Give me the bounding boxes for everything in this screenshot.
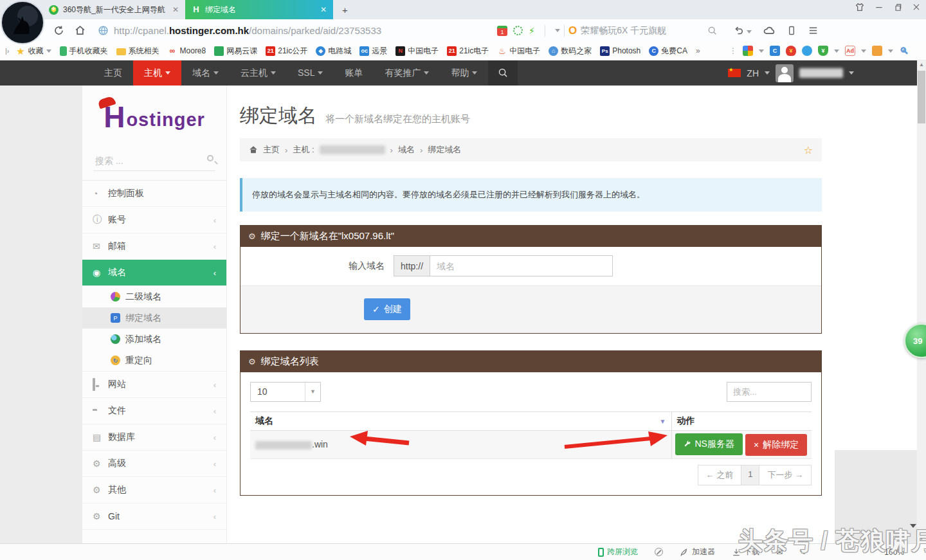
bookmark-item[interactable]: ⌂数码之家 [549, 46, 592, 57]
close-icon[interactable] [912, 3, 921, 12]
zoom-search-icon[interactable]: 🔍︎ [899, 46, 909, 56]
nav-search-button[interactable] [488, 60, 518, 86]
home-icon[interactable] [74, 24, 86, 37]
chevron-down-icon[interactable] [759, 50, 764, 53]
bookmark-item[interactable]: ◆电路城 [316, 46, 351, 57]
list-search-input[interactable] [727, 382, 812, 402]
ad-block-icon[interactable]: Ad [845, 46, 855, 56]
shopping-shield-icon[interactable]: ¥ [818, 46, 828, 56]
sidebar-item-add-domain[interactable]: 添加域名 [82, 329, 226, 350]
sidebar-item-domains[interactable]: ◉域名‹ [82, 260, 226, 286]
apps-grid-icon[interactable] [743, 46, 753, 56]
grid-tool-icon[interactable] [872, 46, 882, 56]
column-action[interactable]: 动作 [671, 411, 812, 430]
sort-desc-icon[interactable]: ▼ [660, 418, 666, 425]
sidebar-item-databases[interactable]: ▤数据库‹ [82, 424, 226, 451]
restore-icon[interactable] [893, 3, 902, 12]
nav-hosting[interactable]: 主机 [133, 60, 181, 86]
nav-referral[interactable]: 有奖推广 [374, 60, 440, 86]
bookmark-item[interactable]: 系统相关 [116, 46, 159, 57]
speed-bolt-icon[interactable]: ⚡ [529, 26, 535, 36]
breadcrumb-host[interactable]: 主机 : [293, 144, 314, 156]
tab-bind-domain[interactable]: H 绑定域名 ✕ [185, 0, 333, 19]
undo-icon[interactable] [733, 24, 752, 37]
sidebar-item-redirects[interactable]: ↻重定向 [82, 350, 226, 371]
user-avatar[interactable] [776, 64, 794, 82]
favorite-star-icon[interactable]: ☆ [804, 144, 813, 156]
tab-close-icon[interactable]: ✕ [320, 5, 327, 14]
dolphin-icon[interactable] [802, 46, 812, 56]
reader-badge-icon[interactable]: 1 [497, 26, 507, 36]
sidebar-item-website[interactable]: 网站‹ [82, 372, 226, 398]
column-domain[interactable]: 域名▼ [250, 411, 671, 430]
accelerator[interactable]: 加速器 [680, 546, 715, 557]
no-trace-toggle[interactable] [655, 548, 663, 556]
bookmark-item[interactable]: ∞Moore8 [168, 46, 206, 56]
scroll-up-icon[interactable]: ▲ [917, 60, 926, 69]
sidebar-item-parked-domains[interactable]: P绑定域名 [82, 307, 226, 329]
bookmarks-overflow[interactable]: » [696, 46, 700, 55]
refresh-icon[interactable] [53, 24, 65, 37]
chevron-down-icon[interactable] [834, 50, 839, 53]
breadcrumb-domains[interactable]: 域名 [398, 144, 415, 156]
cross-screen-browse[interactable]: 跨屏浏览 [598, 546, 638, 557]
sidebar-item-mail[interactable]: ✉邮箱‹ [82, 233, 226, 260]
bookmark-item[interactable]: 2121ic公开 [266, 46, 307, 57]
nav-vps[interactable]: 云主机 [230, 60, 287, 86]
address-bar[interactable]: http://cpanel.hostinger.com.hk/domains/p… [98, 25, 381, 36]
nav-ssl[interactable]: SSL [287, 60, 334, 86]
nav-domains[interactable]: 域名 [181, 60, 230, 86]
omnibox-search[interactable]: O 荣耀畅玩6X 千元旗舰 [568, 24, 718, 37]
chevron-down-icon[interactable] [849, 71, 854, 75]
hostinger-logo[interactable]: H ostinger [82, 86, 226, 142]
bookmarks-expand-icon[interactable]: |› [5, 47, 10, 55]
chevron-down-icon[interactable] [888, 50, 893, 53]
nav-billing[interactable]: 账单 [334, 60, 374, 86]
bookmark-item[interactable]: C免费CA [649, 46, 687, 57]
bookmark-item[interactable]: N中国电子 [395, 46, 439, 57]
unbind-button[interactable]: × 解除绑定 [745, 434, 807, 456]
bookmark-item[interactable]: PsPhotosh [600, 46, 640, 56]
sidebar-item-other[interactable]: ⚙其他‹ [82, 477, 226, 503]
sidebar-item-files[interactable]: 文件‹ [82, 398, 226, 424]
bookmark-item[interactable]: ♨中国电子 [497, 46, 540, 57]
skin-icon[interactable] [855, 2, 865, 12]
addr-dropdown-icon[interactable] [555, 29, 560, 32]
mobile-icon[interactable] [786, 25, 797, 36]
breadcrumb-home[interactable]: 主页 [263, 144, 280, 156]
bookmark-item[interactable]: 网易云课 [214, 46, 257, 57]
chevron-down-icon[interactable] [861, 50, 866, 53]
screenshot-icon[interactable] [513, 26, 523, 35]
clip-extension-icon[interactable]: C [770, 46, 780, 56]
bookmark-item[interactable]: oc远景 [359, 46, 387, 57]
sidebar-item-subdomains[interactable]: 二级域名 [82, 286, 226, 307]
pagination-page-1[interactable]: 1 [741, 465, 759, 485]
more-dots-icon[interactable]: ⋮ [729, 46, 737, 55]
new-tab-button[interactable]: + [342, 5, 348, 15]
sidebar-item-dashboard[interactable]: ◔控制面板 [82, 181, 226, 207]
bookmark-item[interactable]: 2121ic电子 [447, 46, 489, 57]
bookmark-item[interactable]: 手机收藏夹 [60, 46, 108, 57]
tab-360-nav[interactable]: 360导航_新一代安全上网导航 ✕ [42, 0, 185, 19]
nav-help[interactable]: 帮助 [440, 60, 488, 86]
pagination-prev[interactable]: ← 之前 [698, 465, 742, 485]
browser-scrollbar[interactable]: ▲ ▼ [917, 60, 926, 543]
search-icon[interactable] [707, 26, 718, 36]
nav-home[interactable]: 主页 [93, 60, 133, 86]
sidebar-item-git[interactable]: ⚙Git‹ [82, 503, 226, 530]
sidebar-item-advanced[interactable]: ⚙高级‹ [82, 451, 226, 477]
sidebar-item-account[interactable]: ⓘ账号‹ [82, 207, 226, 233]
chevron-down-icon[interactable] [765, 71, 770, 75]
bookmark-favorites[interactable]: ★收藏 [16, 46, 51, 57]
minimize-icon[interactable] [875, 3, 884, 12]
create-button[interactable]: ✓ 创建 [364, 298, 410, 320]
scrollbar-thumb[interactable] [918, 71, 925, 123]
language-selector[interactable]: ZH [747, 68, 759, 78]
red-packet-icon[interactable]: ¥ [786, 46, 796, 56]
ns-servers-button[interactable]: NS服务器 [675, 433, 743, 455]
sidebar-search-input[interactable] [94, 151, 215, 171]
tab-close-icon[interactable]: ✕ [172, 5, 179, 14]
pagination-next[interactable]: 下一步 → [759, 465, 812, 485]
page-size-select[interactable]: 10 ▼ [250, 382, 321, 402]
domain-input[interactable] [430, 255, 613, 276]
